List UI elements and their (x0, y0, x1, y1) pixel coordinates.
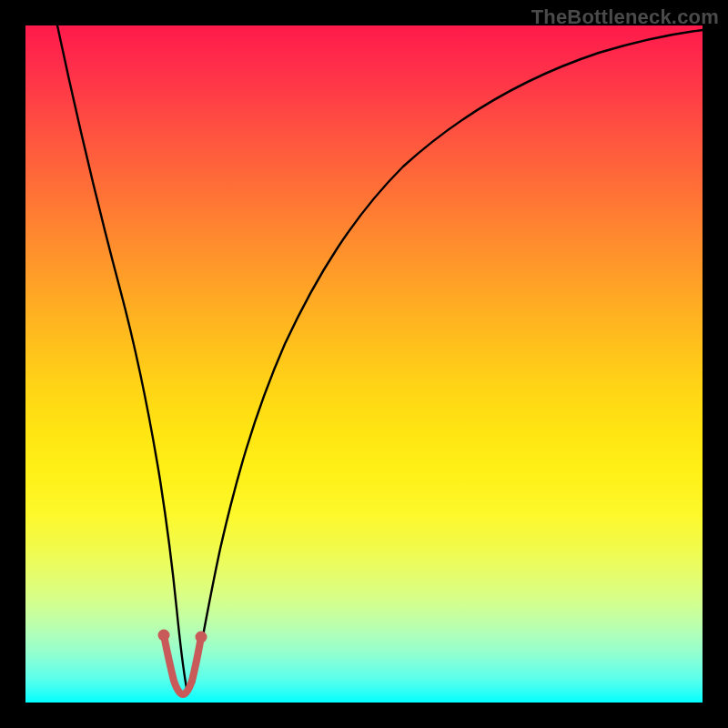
watermark-text: TheBottleneck.com (531, 5, 719, 29)
chart-frame: TheBottleneck.com (0, 0, 728, 728)
marker-dot (196, 632, 207, 643)
bottleneck-curve (57, 25, 703, 688)
marker-dot (158, 630, 170, 642)
curve-layer (25, 25, 703, 703)
plot-area (25, 25, 703, 703)
